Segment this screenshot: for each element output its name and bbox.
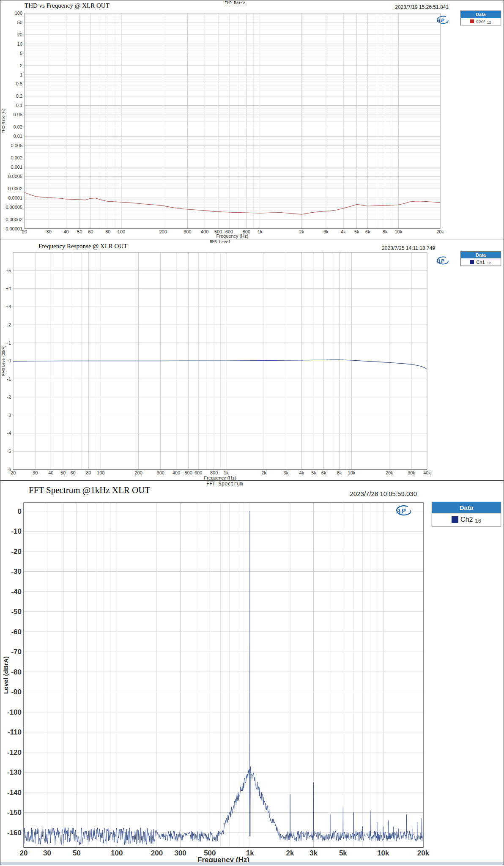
svg-text:0.002: 0.002 — [11, 155, 22, 160]
ap-measurement-report: THD Ratio THD vs Frequency @ XLR OUT 202… — [0, 0, 504, 865]
svg-text:400: 400 — [173, 470, 180, 475]
svg-text:-160: -160 — [7, 829, 22, 837]
svg-text:-4: -4 — [7, 430, 11, 436]
svg-text:300: 300 — [174, 849, 186, 857]
svg-text:80: 80 — [86, 470, 91, 475]
svg-text:50: 50 — [17, 20, 22, 25]
svg-text:5k: 5k — [311, 470, 316, 475]
svg-text:-130: -130 — [7, 768, 22, 776]
svg-text:Frequency (Hz): Frequency (Hz) — [204, 475, 236, 480]
svg-text:0.005: 0.005 — [11, 143, 22, 148]
svg-text:-3: -3 — [7, 413, 11, 418]
svg-text:10k: 10k — [377, 849, 389, 857]
svg-text:3k: 3k — [310, 849, 318, 857]
svg-text:400: 400 — [201, 229, 208, 234]
svg-text:50: 50 — [73, 849, 81, 857]
fft-spectrum-chart-panel: FFT Spectrum FFT Spectrum @1kHz XLR OUT … — [0, 480, 504, 865]
svg-text:2k: 2k — [299, 229, 304, 234]
svg-text:800: 800 — [210, 470, 218, 475]
svg-text:50: 50 — [77, 229, 82, 234]
svg-text:200: 200 — [159, 229, 167, 234]
svg-text:Frequency (Hz): Frequency (Hz) — [216, 233, 249, 238]
svg-text:-100: -100 — [7, 708, 22, 716]
thd-chart-panel: THD Ratio THD vs Frequency @ XLR OUT 202… — [0, 0, 504, 239]
svg-text:0.0005: 0.0005 — [8, 174, 22, 179]
svg-text:20: 20 — [17, 32, 22, 37]
svg-text:-6: -6 — [7, 467, 11, 472]
svg-text:100: 100 — [15, 11, 22, 16]
svg-text:-30: -30 — [11, 567, 22, 576]
svg-text:-5: -5 — [7, 449, 11, 454]
svg-text:-90: -90 — [11, 688, 22, 696]
svg-text:20: 20 — [22, 229, 27, 234]
svg-text:+3: +3 — [5, 304, 11, 309]
svg-text:2: 2 — [20, 63, 22, 68]
svg-text:-2: -2 — [7, 395, 11, 400]
svg-text:6k: 6k — [365, 229, 370, 234]
svg-text:3k: 3k — [284, 470, 289, 475]
svg-text:200: 200 — [134, 470, 142, 475]
svg-text:0.05: 0.05 — [14, 112, 22, 117]
svg-text:2k: 2k — [286, 849, 294, 857]
svg-text:+1: +1 — [5, 340, 11, 345]
svg-text:100: 100 — [111, 849, 123, 857]
svg-text:30: 30 — [43, 849, 51, 857]
svg-text:20k: 20k — [417, 849, 430, 857]
svg-text:5k: 5k — [339, 849, 347, 857]
svg-text:10: 10 — [17, 41, 22, 47]
svg-text:-20: -20 — [11, 548, 22, 556]
svg-text:2k: 2k — [261, 470, 266, 475]
svg-text:20k: 20k — [436, 229, 444, 234]
svg-text:-1: -1 — [7, 376, 11, 381]
svg-text:30: 30 — [33, 470, 38, 475]
svg-text:+4: +4 — [5, 286, 11, 291]
svg-text:0.00002: 0.00002 — [5, 217, 22, 222]
svg-text:-10: -10 — [11, 527, 22, 535]
svg-text:4k: 4k — [299, 470, 304, 475]
svg-text:20: 20 — [20, 849, 28, 857]
svg-text:0.1: 0.1 — [16, 103, 22, 108]
svg-text:0.0001: 0.0001 — [8, 195, 22, 200]
frequency-response-chart-panel: RMS Level Frequency Response @ XLR OUT 2… — [0, 239, 504, 481]
svg-text:THD Ratio (%): THD Ratio (%) — [1, 109, 5, 134]
svg-text:600: 600 — [194, 470, 202, 475]
svg-text:-70: -70 — [11, 648, 22, 656]
svg-text:1: 1 — [20, 72, 22, 77]
svg-text:0.5: 0.5 — [16, 81, 22, 86]
svg-text:-40: -40 — [11, 588, 22, 596]
svg-text:200: 200 — [151, 849, 163, 857]
svg-text:0.00005: 0.00005 — [5, 205, 22, 210]
svg-text:1k: 1k — [257, 229, 263, 234]
svg-text:-140: -140 — [7, 789, 22, 797]
svg-text:20: 20 — [11, 470, 16, 475]
fft-plot-area: 2030501002003005001k2k3k5k10k20k0-10-20-… — [0, 481, 504, 865]
svg-text:0.001: 0.001 — [11, 164, 22, 170]
svg-text:+5: +5 — [5, 268, 11, 273]
svg-text:30k: 30k — [408, 470, 415, 475]
svg-text:1k: 1k — [224, 470, 229, 475]
svg-text:20k: 20k — [386, 470, 393, 475]
svg-text:0: 0 — [18, 507, 22, 515]
svg-text:0.02: 0.02 — [14, 124, 22, 129]
frequency-response-plot-area: 2030405060801002003004005006008001k2k3k4… — [0, 239, 504, 480]
svg-text:-60: -60 — [11, 628, 22, 636]
window-bottom-strip — [0, 862, 504, 865]
svg-text:0.0002: 0.0002 — [8, 186, 22, 191]
svg-text:0.00001: 0.00001 — [5, 226, 22, 231]
svg-text:-120: -120 — [7, 748, 22, 756]
svg-text:100: 100 — [97, 470, 104, 475]
svg-text:5: 5 — [20, 51, 22, 56]
svg-text:3k: 3k — [323, 229, 329, 234]
svg-text:RMS Level (dBrA): RMS Level (dBrA) — [1, 345, 5, 376]
svg-text:+2: +2 — [5, 322, 11, 327]
svg-text:8k: 8k — [337, 470, 342, 475]
svg-text:6k: 6k — [321, 470, 326, 475]
svg-text:5k: 5k — [354, 229, 359, 234]
svg-text:Level (dBrA): Level (dBrA) — [2, 656, 9, 694]
svg-text:-80: -80 — [11, 668, 22, 676]
svg-text:0: 0 — [8, 358, 11, 363]
svg-text:60: 60 — [70, 470, 75, 475]
svg-text:-150: -150 — [7, 808, 22, 817]
thd-plot-area: 2030405060801002003004005006008001k2k3k4… — [0, 0, 504, 239]
svg-text:10k: 10k — [348, 470, 356, 475]
